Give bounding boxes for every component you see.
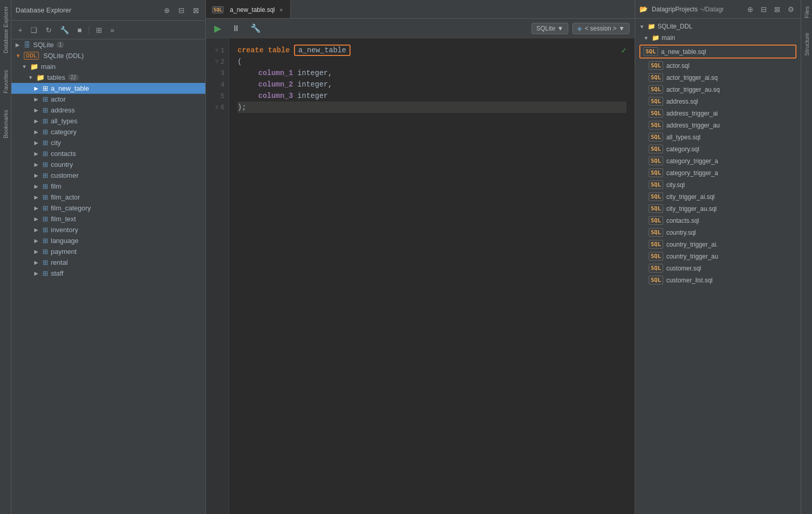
table-icon: ⊞ bbox=[43, 139, 48, 147]
tree-item-payment[interactable]: ▶ ⊞ payment bbox=[11, 246, 205, 257]
sqlit-ddl-folder[interactable]: ▼ 📁 SQLite_DDL bbox=[635, 21, 801, 32]
tree-item-actor[interactable]: ▶ ⊞ actor bbox=[11, 94, 205, 105]
fold-arrow: ▽ bbox=[213, 59, 218, 65]
file-item-country-trigger-ai[interactable]: SQL country_trigger_ai. bbox=[635, 238, 801, 250]
tree-item-film-text[interactable]: ▶ ⊞ film_text bbox=[11, 213, 205, 224]
structure-tab[interactable]: Structure bbox=[803, 31, 811, 58]
db-explorer-toolbar: + ❑ ↻ 🔧 ■ ⊞ » bbox=[11, 21, 205, 39]
right-add-btn[interactable]: ⊕ bbox=[745, 4, 755, 15]
code-editor[interactable]: ▽ 1 ▽ 2 3 4 5 ▽ 6 bbox=[206, 38, 635, 514]
file-item-customer-list[interactable]: SQL customer_list.sql bbox=[635, 274, 801, 286]
file-item-contacts[interactable]: SQL contacts.sql bbox=[635, 215, 801, 226]
sql-file-icon: SQL bbox=[649, 73, 663, 82]
sql-file-icon: SQL bbox=[649, 240, 663, 249]
table-icon: ⊞ bbox=[43, 150, 48, 158]
sql-file-icon: SQL bbox=[649, 192, 663, 201]
file-item-address[interactable]: SQL address.sql bbox=[635, 95, 801, 107]
sql-file-icon: SQL bbox=[649, 228, 663, 237]
dialect-selector[interactable]: SQLite ▼ bbox=[531, 23, 568, 34]
tree-item-staff[interactable]: ▶ ⊞ staff bbox=[11, 268, 205, 279]
file-item-category[interactable]: SQL category.sql bbox=[635, 143, 801, 155]
tab-close-btn[interactable]: × bbox=[278, 6, 284, 13]
table-icon: ⊞ bbox=[43, 84, 48, 92]
tree-item-a-new-table[interactable]: ▶ ⊞ a_new_table bbox=[11, 83, 205, 94]
tree-item-address[interactable]: ▶ ⊞ address bbox=[11, 105, 205, 116]
add-btn[interactable]: + bbox=[16, 24, 25, 36]
equalize-btn[interactable]: ⊟ bbox=[176, 5, 187, 16]
folder-icon: 📁 bbox=[30, 63, 38, 70]
run-btn[interactable]: ▶ bbox=[211, 21, 225, 36]
table-icon: ⊞ bbox=[43, 182, 48, 190]
editor-tab[interactable]: SQL a_new_table.sql × bbox=[206, 0, 291, 18]
db-explorer-panel: Database Explorer ⊕ ⊟ ⊠ + ❑ ↻ 🔧 ■ ⊞ » ▶ … bbox=[11, 0, 206, 514]
tree-item-city[interactable]: ▶ ⊞ city bbox=[11, 137, 205, 148]
sql-file-icon: SQL bbox=[649, 216, 663, 225]
file-item-city-trigger-ai[interactable]: SQL city_trigger_ai.sql bbox=[635, 191, 801, 203]
collapse-all-btn[interactable]: ⊠ bbox=[191, 5, 201, 16]
file-item-address-trigger-au[interactable]: SQL address_trigger_au bbox=[635, 119, 801, 131]
sql-file-icon: SQL bbox=[649, 121, 663, 130]
tree-item-all-types[interactable]: ▶ ⊞ all_types bbox=[11, 116, 205, 126]
copy-btn[interactable]: ❑ bbox=[28, 24, 40, 36]
file-item-a-new-table[interactable]: SQL a_new_table.sql bbox=[639, 45, 796, 59]
file-item-city-trigger-au[interactable]: SQL city_trigger_au.sql bbox=[635, 203, 801, 215]
file-item-country-trigger-au[interactable]: SQL country_trigger_au bbox=[635, 250, 801, 262]
tree-item-country[interactable]: ▶ ⊞ country bbox=[11, 159, 205, 170]
tree-item-category[interactable]: ▶ ⊞ category bbox=[11, 126, 205, 137]
file-item-category-trigger-1[interactable]: SQL category_trigger_a bbox=[635, 155, 801, 167]
file-item-all-types[interactable]: SQL all_types.sql bbox=[635, 131, 801, 143]
left-vertical-tabs: Database Explorer Favorites Bookmarks bbox=[0, 0, 11, 514]
table-icon: ⊞ bbox=[43, 128, 48, 136]
refresh-btn[interactable]: ↻ bbox=[43, 24, 54, 36]
file-item-actor[interactable]: SQL actor.sql bbox=[635, 60, 801, 72]
file-item-actor-trigger-au[interactable]: SQL actor_trigger_au.sq bbox=[635, 83, 801, 95]
more-btn[interactable]: » bbox=[108, 24, 117, 36]
stop-btn[interactable]: ■ bbox=[75, 24, 84, 36]
code-content[interactable]: create table a_new_table✓ ( column_1 int… bbox=[229, 38, 635, 514]
tree-item-film-category[interactable]: ▶ ⊞ film_category bbox=[11, 203, 205, 213]
editor-toolbar: ▶ ⏸ 🔧 SQLite ▼ ◈ < session > ▼ bbox=[206, 19, 635, 38]
file-item-category-trigger-2[interactable]: SQL category_trigger_a bbox=[635, 167, 801, 179]
file-item-country[interactable]: SQL country.sql bbox=[635, 226, 801, 238]
line-num-3: 3 bbox=[206, 67, 229, 79]
editor-area: SQL a_new_table.sql × ▶ ⏸ 🔧 SQLite ▼ ◈ <… bbox=[206, 0, 635, 514]
favorites-tab[interactable]: Favorites bbox=[2, 68, 10, 95]
files-tab[interactable]: Files bbox=[803, 4, 811, 20]
wrench-toolbar-btn[interactable]: 🔧 bbox=[247, 22, 264, 35]
add-connection-btn[interactable]: ⊕ bbox=[162, 5, 172, 16]
right-collapse-btn[interactable]: ⊠ bbox=[772, 4, 782, 15]
main-folder[interactable]: ▼ 📁 main bbox=[635, 32, 801, 44]
file-item-address-trigger-ai[interactable]: SQL address_trigger_ai bbox=[635, 107, 801, 119]
line-num-4: 4 bbox=[206, 79, 229, 90]
wrench-btn[interactable]: 🔧 bbox=[58, 24, 72, 36]
pause-btn[interactable]: ⏸ bbox=[229, 22, 243, 35]
right-equalize-btn[interactable]: ⊟ bbox=[759, 4, 769, 15]
layout-btn[interactable]: ⊞ bbox=[93, 24, 105, 36]
tree-item-film-actor[interactable]: ▶ ⊞ film_actor bbox=[11, 192, 205, 203]
tables-folder-icon: 📁 bbox=[36, 74, 45, 81]
sql-file-icon: SQL bbox=[649, 168, 663, 177]
tree-item-rental[interactable]: ▶ ⊞ rental bbox=[11, 257, 205, 268]
file-item-customer[interactable]: SQL customer.sql bbox=[635, 262, 801, 274]
table-icon: ⊞ bbox=[43, 95, 48, 103]
file-item-city[interactable]: SQL city.sql bbox=[635, 179, 801, 191]
sql-file-icon: SQL bbox=[649, 204, 663, 213]
tree-area: ▶ 🗄 SQLite 1 ▼ DDL SQLite (DDL) ▼ 📁 main… bbox=[11, 39, 205, 514]
session-selector[interactable]: ◈ < session > ▼ bbox=[572, 23, 629, 34]
file-item-actor-trigger-ai[interactable]: SQL actor_trigger_ai.sq bbox=[635, 72, 801, 83]
keyword-create: create table bbox=[237, 46, 294, 54]
right-panel-content: ▼ 📁 SQLite_DDL ▼ 📁 main SQL a_new_table.… bbox=[635, 19, 801, 514]
tree-sqlite[interactable]: ▶ 🗄 SQLite 1 bbox=[11, 39, 205, 50]
tree-item-customer[interactable]: ▶ ⊞ customer bbox=[11, 170, 205, 181]
bookmarks-tab[interactable]: Bookmarks bbox=[2, 108, 10, 140]
code-line-6: ); bbox=[237, 102, 626, 113]
tree-main[interactable]: ▼ 📁 main bbox=[11, 61, 205, 72]
tree-item-inventory[interactable]: ▶ ⊞ inventory bbox=[11, 224, 205, 235]
tree-item-film[interactable]: ▶ ⊞ film bbox=[11, 181, 205, 192]
tree-tables[interactable]: ▼ 📁 tables 22 bbox=[11, 72, 205, 83]
tree-item-contacts[interactable]: ▶ ⊞ contacts bbox=[11, 148, 205, 159]
right-settings-btn[interactable]: ⚙ bbox=[786, 4, 796, 15]
db-explorer-tab[interactable]: Database Explorer bbox=[2, 4, 10, 55]
tree-sqlite-ddl[interactable]: ▼ DDL SQLite (DDL) bbox=[11, 50, 205, 61]
tree-item-language[interactable]: ▶ ⊞ language bbox=[11, 235, 205, 246]
